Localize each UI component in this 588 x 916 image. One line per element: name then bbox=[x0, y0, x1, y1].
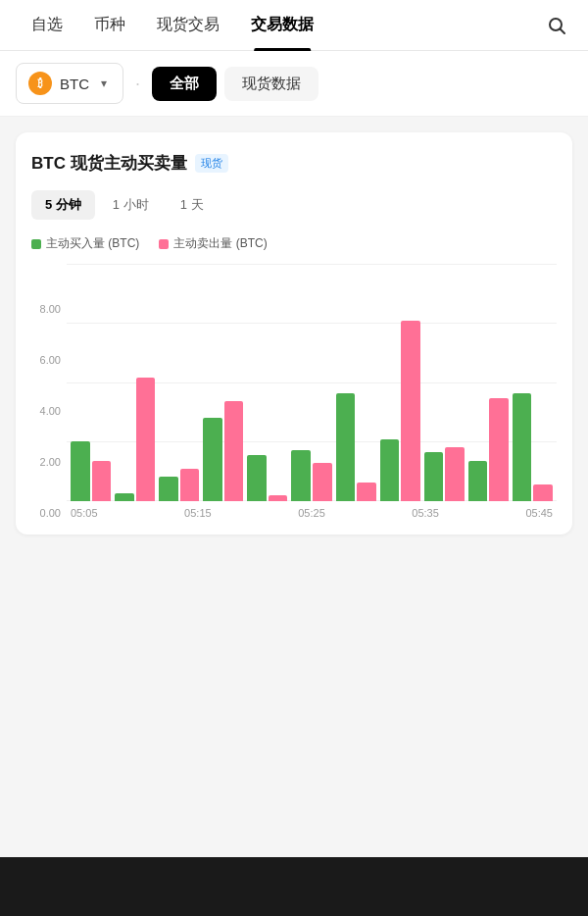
chart-area: 8.00 6.00 4.00 2.00 0.00 bbox=[31, 264, 557, 519]
bar-group bbox=[159, 469, 199, 501]
buy-bar bbox=[247, 455, 267, 501]
chevron-down-icon: ▾ bbox=[101, 76, 107, 90]
buy-bar bbox=[71, 441, 90, 501]
top-navigation: 自选 币种 现货交易 交易数据 bbox=[0, 0, 588, 51]
bar-group bbox=[424, 447, 465, 501]
chart-inner: 05:05 05:15 05:25 05:35 05:45 bbox=[67, 264, 557, 519]
filter-row: ₿ BTC ▾ · 全部 现货数据 bbox=[0, 51, 588, 117]
time-tab-1day[interactable]: 1 天 bbox=[167, 190, 218, 220]
bar-group bbox=[291, 450, 331, 501]
x-label-0535: 05:35 bbox=[412, 507, 439, 519]
y-label-2: 2.00 bbox=[31, 456, 61, 468]
x-axis: 05:05 05:15 05:25 05:35 05:45 bbox=[67, 507, 557, 519]
y-label-8: 8.00 bbox=[31, 303, 61, 315]
chart-card: BTC 现货主动买卖量 现货 5 分钟 1 小时 1 天 主动买入量 (BTC)… bbox=[16, 132, 572, 534]
buy-bar bbox=[291, 450, 311, 501]
nav-item-spot-trading[interactable]: 现货交易 bbox=[141, 0, 235, 51]
search-button[interactable] bbox=[541, 10, 572, 41]
bar-group bbox=[336, 393, 376, 501]
buy-bar bbox=[424, 452, 444, 501]
sell-bar bbox=[401, 321, 420, 501]
spot-badge: 现货 bbox=[195, 154, 228, 173]
sell-bar bbox=[533, 484, 553, 501]
legend-buy: 主动买入量 (BTC) bbox=[31, 235, 139, 252]
sell-bar bbox=[180, 469, 200, 501]
coin-selector[interactable]: ₿ BTC ▾ bbox=[16, 63, 123, 104]
bar-group bbox=[115, 378, 155, 501]
main-content: BTC 现货主动买卖量 现货 5 分钟 1 小时 1 天 主动买入量 (BTC)… bbox=[0, 117, 588, 550]
buy-bar bbox=[115, 493, 134, 501]
sell-bar bbox=[136, 378, 156, 501]
bar-group bbox=[247, 455, 287, 501]
sell-bar bbox=[489, 398, 509, 501]
y-label-4: 4.00 bbox=[31, 405, 61, 417]
buy-bar bbox=[513, 393, 532, 501]
nav-item-watchlist[interactable]: 自选 bbox=[16, 0, 78, 51]
y-axis: 8.00 6.00 4.00 2.00 0.00 bbox=[31, 303, 67, 519]
svg-line-1 bbox=[561, 28, 565, 33]
y-label-6: 6.00 bbox=[31, 354, 61, 366]
legend-buy-label: 主动买入量 (BTC) bbox=[46, 235, 139, 252]
legend-sell-label: 主动卖出量 (BTC) bbox=[173, 235, 267, 252]
buy-bar bbox=[468, 461, 488, 501]
sell-bar bbox=[269, 495, 288, 501]
legend-sell-color bbox=[159, 239, 169, 249]
bar-group bbox=[380, 321, 420, 501]
bar-group bbox=[468, 398, 509, 501]
coin-icon: ₿ bbox=[28, 72, 52, 95]
buy-bar bbox=[203, 418, 222, 501]
bottom-bar bbox=[0, 857, 588, 916]
chart-legend: 主动买入量 (BTC) 主动卖出量 (BTC) bbox=[31, 235, 557, 252]
sell-bar bbox=[445, 447, 465, 501]
bar-group bbox=[71, 441, 111, 501]
time-tabs: 5 分钟 1 小时 1 天 bbox=[31, 190, 557, 220]
nav-item-coins[interactable]: 币种 bbox=[78, 0, 141, 51]
tab-spot-data[interactable]: 现货数据 bbox=[224, 67, 318, 101]
data-type-tabs: 全部 现货数据 bbox=[152, 67, 318, 101]
nav-item-trade-data[interactable]: 交易数据 bbox=[235, 0, 329, 51]
legend-sell: 主动卖出量 (BTC) bbox=[159, 235, 267, 252]
x-label-0545: 05:45 bbox=[525, 507, 553, 519]
coin-name: BTC bbox=[60, 76, 89, 92]
buy-bar bbox=[336, 393, 356, 501]
sell-bar bbox=[224, 401, 244, 501]
sell-bar bbox=[92, 461, 112, 501]
bars-container bbox=[67, 264, 557, 501]
legend-buy-color bbox=[31, 239, 41, 249]
divider: · bbox=[135, 74, 140, 94]
sell-bar bbox=[313, 463, 332, 501]
buy-bar bbox=[159, 477, 178, 501]
x-label-0505: 05:05 bbox=[71, 507, 98, 519]
tab-all[interactable]: 全部 bbox=[152, 67, 217, 101]
bar-group bbox=[203, 401, 243, 501]
card-header: BTC 现货主动买卖量 现货 bbox=[31, 152, 557, 175]
card-title: BTC 现货主动买卖量 bbox=[31, 152, 187, 175]
sell-bar bbox=[357, 483, 376, 501]
x-label-0515: 05:15 bbox=[184, 507, 212, 519]
y-label-0: 0.00 bbox=[31, 507, 61, 519]
buy-bar bbox=[380, 439, 400, 501]
coin-icon-symbol: ₿ bbox=[37, 77, 43, 89]
time-tab-5min[interactable]: 5 分钟 bbox=[31, 190, 95, 220]
time-tab-1hour[interactable]: 1 小时 bbox=[99, 190, 163, 220]
search-icon bbox=[547, 16, 566, 35]
bars-area bbox=[67, 264, 557, 501]
bar-group bbox=[513, 393, 553, 501]
x-label-0525: 05:25 bbox=[298, 507, 325, 519]
